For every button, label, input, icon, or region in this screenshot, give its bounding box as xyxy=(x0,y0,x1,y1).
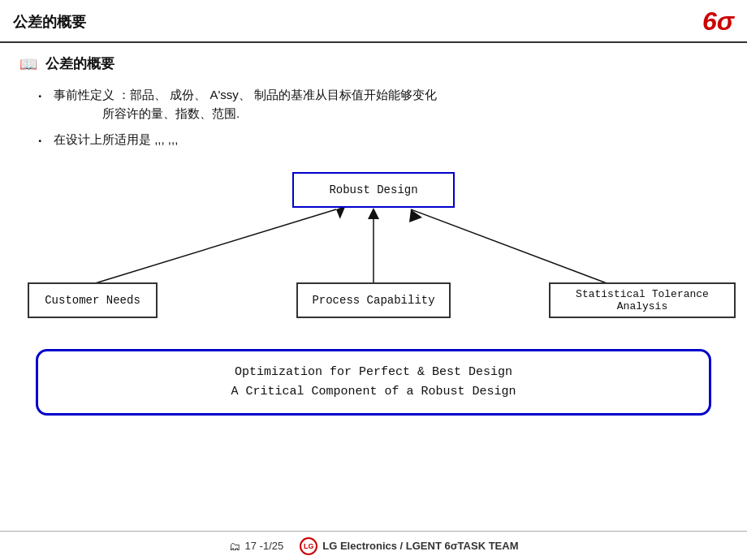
main-content: 📖 公差的概要 ・ 事前性定义 ：部品、 成份、 A'ssy、 制品的基准从目标… xyxy=(0,43,747,416)
svg-marker-3 xyxy=(368,208,379,219)
book-icon: 📖 xyxy=(19,55,37,73)
section-title: 公差的概要 xyxy=(45,54,114,73)
footer-page: 🗂 17 -1/25 xyxy=(229,540,284,553)
process-capability-box: Process Capability xyxy=(296,282,451,318)
bullet-dot-1: ・ xyxy=(32,86,47,108)
footer: 🗂 17 -1/25 LG LG Electronics / LGENT 6σT… xyxy=(0,531,747,560)
svg-line-4 xyxy=(411,209,609,284)
bullet-section: ・ 事前性定义 ：部品、 成份、 A'ssy、 制品的基准从目标值开始能够变化 … xyxy=(32,86,728,153)
optimization-line1: Optimization for Perfect & Best Design xyxy=(54,363,693,382)
svg-line-0 xyxy=(93,209,336,284)
header-title: 公差的概要 xyxy=(13,12,86,32)
optimization-line2: A Critical Component of a Robust Design xyxy=(54,382,693,402)
statistical-tolerance-box: Statistical Tolerance Analysis xyxy=(549,282,736,318)
sigma-logo: 6σ xyxy=(702,6,734,37)
svg-marker-5 xyxy=(409,209,422,222)
bullet-item-2: ・ 在设计上所适用是 ,,, ,,, xyxy=(32,131,728,153)
bullet-text-2: 在设计上所适用是 ,,, ,,, xyxy=(54,131,178,149)
customer-needs-box: Customer Needs xyxy=(28,282,158,318)
optimization-box: Optimization for Perfect & Best Design A… xyxy=(36,349,711,416)
bullet-text-1: 事前性定义 ：部品、 成份、 A'ssy、 制品的基准从目标值开始能够变化 所容… xyxy=(54,86,437,123)
lg-logo: LG xyxy=(300,537,317,555)
bullet-item-1: ・ 事前性定义 ：部品、 成份、 A'ssy、 制品的基准从目标值开始能够变化 … xyxy=(32,86,728,123)
bullet-dot-2: ・ xyxy=(32,131,47,153)
diagram-area: Robust Design Customer Needs Process Cap… xyxy=(19,164,728,342)
footer-company: LG LG Electronics / LGENT 6σTASK TEAM xyxy=(300,537,518,555)
folder-icon: 🗂 xyxy=(229,540,240,553)
section-title-row: 📖 公差的概要 xyxy=(19,54,728,73)
header: 公差的概要 6σ xyxy=(0,0,747,43)
robust-design-box: Robust Design xyxy=(292,172,455,208)
